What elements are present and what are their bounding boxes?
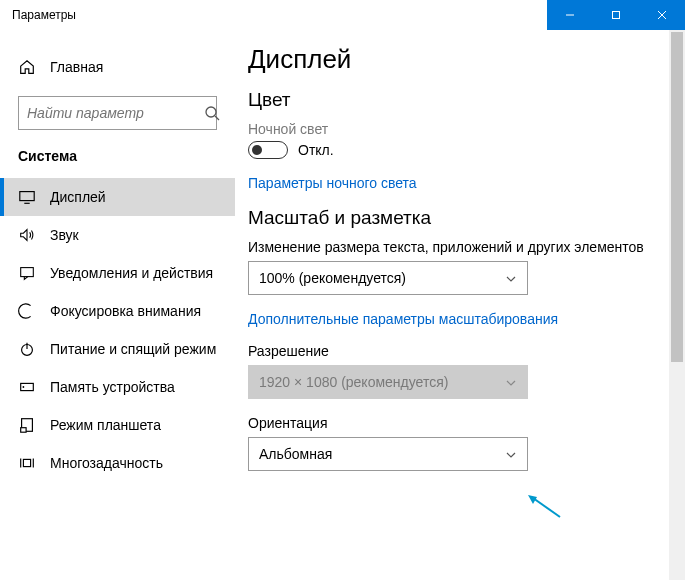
sidebar-item-label: Память устройства	[50, 379, 175, 395]
search-icon	[204, 105, 220, 121]
night-light-label: Ночной свет	[248, 121, 655, 137]
sidebar-item-label: Уведомления и действия	[50, 265, 213, 281]
svg-point-4	[206, 107, 216, 117]
minimize-button[interactable]	[547, 0, 593, 30]
night-light-toggle[interactable]	[248, 141, 288, 159]
notifications-icon	[18, 264, 36, 282]
focus-icon	[18, 302, 36, 320]
night-light-settings-link[interactable]: Параметры ночного света	[248, 175, 655, 191]
display-icon	[18, 188, 36, 206]
resolution-value: 1920 × 1080 (рекомендуется)	[259, 374, 448, 390]
sidebar-item-focus[interactable]: Фокусировка внимания	[0, 292, 235, 330]
sidebar-item-multitask[interactable]: Многозадачность	[0, 444, 235, 482]
orientation-label: Ориентация	[248, 415, 655, 431]
sidebar-item-label: Звук	[50, 227, 79, 243]
scale-value: 100% (рекомендуется)	[259, 270, 406, 286]
svg-rect-14	[21, 428, 26, 433]
window-title: Параметры	[0, 8, 76, 22]
main-panel: Дисплей Цвет Ночной свет Откл. Параметры…	[235, 30, 685, 580]
multitask-icon	[18, 454, 36, 472]
sidebar: Главная Система Дисплей Звук Уведо	[0, 30, 235, 580]
scale-select[interactable]: 100% (рекомендуется)	[248, 261, 528, 295]
scrollbar[interactable]	[669, 30, 685, 580]
sidebar-home[interactable]: Главная	[0, 50, 235, 84]
svg-rect-1	[613, 12, 620, 19]
sidebar-item-display[interactable]: Дисплей	[0, 178, 235, 216]
sidebar-home-label: Главная	[50, 59, 103, 75]
orientation-select[interactable]: Альбомная	[248, 437, 528, 471]
sidebar-item-tablet[interactable]: Режим планшета	[0, 406, 235, 444]
chevron-down-icon	[505, 448, 517, 460]
night-light-state: Откл.	[298, 142, 334, 158]
sidebar-item-power[interactable]: Питание и спящий режим	[0, 330, 235, 368]
home-icon	[18, 58, 36, 76]
section-color: Цвет	[248, 89, 655, 111]
svg-rect-17	[23, 459, 30, 466]
section-scale: Масштаб и разметка	[248, 207, 655, 229]
window-titlebar: Параметры	[0, 0, 685, 30]
scale-label: Изменение размера текста, приложений и д…	[248, 239, 655, 255]
svg-rect-6	[20, 192, 34, 201]
advanced-scale-link[interactable]: Дополнительные параметры масштабирования	[248, 311, 655, 327]
sidebar-item-storage[interactable]: Память устройства	[0, 368, 235, 406]
sidebar-item-label: Питание и спящий режим	[50, 341, 216, 357]
sidebar-item-label: Дисплей	[50, 189, 106, 205]
svg-rect-8	[21, 268, 34, 277]
sidebar-item-label: Режим планшета	[50, 417, 161, 433]
resolution-select[interactable]: 1920 × 1080 (рекомендуется)	[248, 365, 528, 399]
resolution-label: Разрешение	[248, 343, 655, 359]
close-button[interactable]	[639, 0, 685, 30]
sidebar-category: Система	[0, 148, 235, 178]
sidebar-item-notifications[interactable]: Уведомления и действия	[0, 254, 235, 292]
power-icon	[18, 340, 36, 358]
sound-icon	[18, 226, 36, 244]
page-title: Дисплей	[248, 44, 655, 75]
search-input[interactable]	[27, 105, 204, 121]
window-controls	[547, 0, 685, 30]
chevron-down-icon	[505, 376, 517, 388]
scrollbar-thumb[interactable]	[671, 32, 683, 362]
chevron-down-icon	[505, 272, 517, 284]
sidebar-item-sound[interactable]: Звук	[0, 216, 235, 254]
tablet-icon	[18, 416, 36, 434]
orientation-value: Альбомная	[259, 446, 332, 462]
sidebar-item-label: Фокусировка внимания	[50, 303, 201, 319]
maximize-button[interactable]	[593, 0, 639, 30]
svg-point-12	[23, 386, 25, 388]
storage-icon	[18, 378, 36, 396]
search-input-container[interactable]	[18, 96, 217, 130]
sidebar-item-label: Многозадачность	[50, 455, 163, 471]
svg-line-5	[215, 116, 219, 120]
